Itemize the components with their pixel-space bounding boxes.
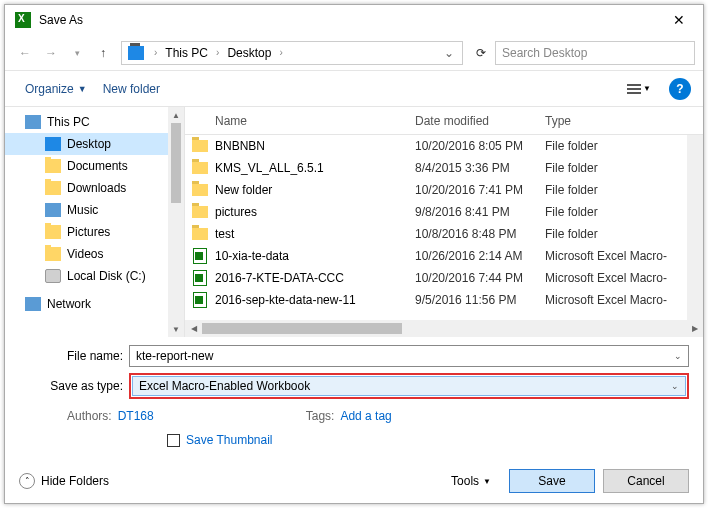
column-headers: Name Date modified Type: [185, 107, 703, 135]
file-list: Name Date modified Type BNBNBN10/20/2016…: [185, 107, 703, 337]
folder-icon: [192, 206, 208, 218]
save-thumbnail-label[interactable]: Save Thumbnail: [186, 433, 273, 447]
sidebar-item-music[interactable]: Music: [5, 199, 184, 221]
file-type: Microsoft Excel Macro-: [545, 293, 703, 307]
search-input[interactable]: Search Desktop: [495, 41, 695, 65]
file-type: File folder: [545, 183, 703, 197]
refresh-button[interactable]: ⟳: [469, 41, 493, 65]
file-name: KMS_VL_ALL_6.5.1: [215, 161, 415, 175]
form: File name: kte-report-new ⌄ Save as type…: [5, 337, 703, 459]
file-row[interactable]: KMS_VL_ALL_6.5.18/4/2015 3:36 PMFile fol…: [185, 157, 703, 179]
sidebar-item-documents[interactable]: Documents: [5, 155, 184, 177]
chevron-down-icon: ▼: [483, 477, 491, 486]
file-date: 10/8/2016 8:48 PM: [415, 227, 545, 241]
main: This PC Desktop Documents Downloads Musi…: [5, 107, 703, 337]
chevron-down-icon[interactable]: ⌄: [671, 381, 679, 391]
up-button[interactable]: ↑: [91, 41, 115, 65]
sidebar-item-localdisk[interactable]: Local Disk (C:): [5, 265, 184, 287]
folder-icon: [192, 140, 208, 152]
sidebar-item-videos[interactable]: Videos: [5, 243, 184, 265]
sidebar-item-network[interactable]: Network: [5, 293, 184, 315]
videos-icon: [45, 247, 61, 261]
chevron-down-icon: ▼: [643, 84, 651, 93]
h-scrollbar[interactable]: ◀ ▶: [185, 320, 703, 337]
sidebar-item-downloads[interactable]: Downloads: [5, 177, 184, 199]
scroll-left-icon[interactable]: ◀: [185, 324, 202, 333]
file-row[interactable]: test10/8/2016 8:48 PMFile folder: [185, 223, 703, 245]
scroll-thumb[interactable]: [171, 123, 181, 203]
file-row[interactable]: 2016-7-KTE-DATA-CCC10/20/2016 7:44 PMMic…: [185, 267, 703, 289]
close-button[interactable]: ✕: [659, 6, 699, 34]
new-folder-button[interactable]: New folder: [95, 78, 168, 100]
file-row[interactable]: New folder10/20/2016 7:41 PMFile folder: [185, 179, 703, 201]
chevron-right-icon: ›: [279, 47, 282, 58]
chevron-right-icon: ›: [154, 47, 157, 58]
scroll-down-icon[interactable]: ▼: [168, 321, 184, 337]
cancel-button[interactable]: Cancel: [603, 469, 689, 493]
chevron-right-icon: ›: [216, 47, 219, 58]
file-type: Microsoft Excel Macro-: [545, 249, 703, 263]
breadcrumb-loc[interactable]: Desktop: [225, 46, 273, 60]
drive-icon: [45, 269, 61, 283]
col-date[interactable]: Date modified: [415, 114, 545, 128]
file-name: test: [215, 227, 415, 241]
footer: ˄ Hide Folders Tools ▼ Save Cancel: [5, 459, 703, 503]
tags-value[interactable]: Add a tag: [340, 409, 391, 423]
filename-input[interactable]: kte-report-new ⌄: [129, 345, 689, 367]
save-button[interactable]: Save: [509, 469, 595, 493]
back-button[interactable]: ←: [13, 41, 37, 65]
sidebar-scrollbar[interactable]: ▲ ▼: [168, 107, 184, 337]
file-date: 10/20/2016 7:44 PM: [415, 271, 545, 285]
filename-label: File name:: [19, 349, 129, 363]
tags-label: Tags:: [306, 409, 335, 423]
toolbar: Organize ▼ New folder ▼ ?: [5, 71, 703, 107]
saveas-type-input[interactable]: Excel Macro-Enabled Workbook ⌄: [129, 373, 689, 399]
pc-icon: [128, 46, 144, 60]
file-name: 2016-sep-kte-data-new-11: [215, 293, 415, 307]
folder-icon: [192, 162, 208, 174]
help-button[interactable]: ?: [669, 78, 691, 100]
navbar: ← → ▾ ↑ › This PC › Desktop › ⌄ ⟳ Search…: [5, 35, 703, 71]
recent-dropdown[interactable]: ▾: [65, 41, 89, 65]
sidebar-item-desktop[interactable]: Desktop: [5, 133, 184, 155]
file-row[interactable]: pictures9/8/2016 8:41 PMFile folder: [185, 201, 703, 223]
col-type[interactable]: Type: [545, 114, 703, 128]
organize-button[interactable]: Organize ▼: [17, 78, 95, 100]
scroll-thumb[interactable]: [202, 323, 402, 334]
file-row[interactable]: BNBNBN10/20/2016 8:05 PMFile folder: [185, 135, 703, 157]
file-row[interactable]: 2016-sep-kte-data-new-119/5/2016 11:56 P…: [185, 289, 703, 311]
forward-button[interactable]: →: [39, 41, 63, 65]
scroll-right-icon[interactable]: ▶: [686, 324, 703, 333]
authors-label: Authors:: [67, 409, 112, 423]
file-date: 9/5/2016 11:56 PM: [415, 293, 545, 307]
col-name[interactable]: Name: [185, 114, 415, 128]
excel-file-icon: [193, 292, 207, 308]
breadcrumb-drop[interactable]: ⌄: [438, 46, 460, 60]
sidebar-item-pictures[interactable]: Pictures: [5, 221, 184, 243]
desktop-icon: [45, 137, 61, 151]
breadcrumb[interactable]: › This PC › Desktop › ⌄: [121, 41, 463, 65]
view-button[interactable]: ▼: [619, 78, 659, 100]
saveas-label: Save as type:: [19, 379, 129, 393]
folder-icon: [192, 184, 208, 196]
file-row[interactable]: 10-xia-te-data10/26/2016 2:14 AMMicrosof…: [185, 245, 703, 267]
file-date: 9/8/2016 8:41 PM: [415, 205, 545, 219]
file-date: 10/26/2016 2:14 AM: [415, 249, 545, 263]
v-scrollbar[interactable]: [687, 135, 703, 320]
search-placeholder: Search Desktop: [502, 46, 587, 60]
folder-icon: [192, 228, 208, 240]
save-thumbnail-checkbox[interactable]: [167, 434, 180, 447]
pictures-icon: [45, 225, 61, 239]
pc-icon: [25, 115, 41, 129]
chevron-down-icon[interactable]: ⌄: [674, 351, 682, 361]
tools-button[interactable]: Tools ▼: [451, 474, 491, 488]
rows: BNBNBN10/20/2016 8:05 PMFile folderKMS_V…: [185, 135, 703, 320]
scroll-up-icon[interactable]: ▲: [168, 107, 184, 123]
authors-value[interactable]: DT168: [118, 409, 154, 423]
sidebar-item-thispc[interactable]: This PC: [5, 111, 184, 133]
excel-icon: [15, 12, 31, 28]
file-date: 10/20/2016 8:05 PM: [415, 139, 545, 153]
file-type: File folder: [545, 227, 703, 241]
breadcrumb-root[interactable]: This PC: [163, 46, 210, 60]
hide-folders-button[interactable]: ˄ Hide Folders: [19, 473, 109, 489]
